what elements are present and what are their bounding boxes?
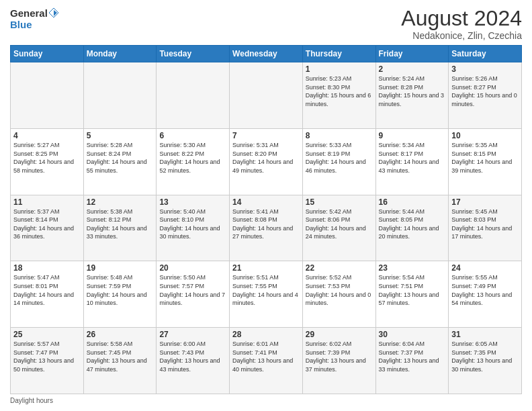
cell-info: Sunrise: 6:01 AMSunset: 7:41 PMDaylight:…: [232, 340, 300, 373]
calendar-cell: 20Sunrise: 5:50 AMSunset: 7:57 PMDayligh…: [157, 261, 230, 328]
cell-day-number: 5: [87, 131, 154, 140]
cell-day-number: 14: [232, 197, 300, 207]
cell-info: Sunrise: 6:00 AMSunset: 7:43 PMDaylight:…: [159, 340, 226, 373]
cell-info: Sunrise: 5:38 AMSunset: 8:12 PMDaylight:…: [87, 208, 154, 241]
cell-day-number: 18: [13, 263, 81, 273]
cell-info: Sunrise: 5:33 AMSunset: 8:19 PMDaylight:…: [306, 141, 373, 175]
cell-day-number: 17: [451, 197, 519, 207]
cell-day-number: 22: [306, 263, 373, 273]
calendar-cell: 26Sunrise: 5:58 AMSunset: 7:45 PMDayligh…: [83, 328, 157, 394]
cell-day-number: 11: [13, 197, 81, 207]
day-header-wednesday: Wednesday: [230, 46, 303, 62]
calendar-cell: [157, 62, 230, 129]
calendar-cell: 4Sunrise: 5:27 AMSunset: 8:25 PMDaylight…: [11, 128, 84, 195]
cell-day-number: 12: [87, 197, 154, 207]
calendar-week-5: 25Sunrise: 5:57 AMSunset: 7:47 PMDayligh…: [11, 328, 522, 394]
logo-icon: [48, 7, 60, 19]
cell-info: Sunrise: 5:31 AMSunset: 8:20 PMDaylight:…: [232, 141, 300, 175]
cell-info: Sunrise: 5:37 AMSunset: 8:14 PMDaylight:…: [13, 208, 81, 241]
calendar-cell: 1Sunrise: 5:23 AMSunset: 8:30 PMDaylight…: [302, 62, 375, 129]
cell-day-number: 15: [306, 197, 373, 207]
calendar-header-row: SundayMondayTuesdayWednesdayThursdayFrid…: [11, 46, 522, 62]
cell-day-number: 31: [451, 330, 519, 339]
cell-info: Sunrise: 5:48 AMSunset: 7:59 PMDaylight:…: [87, 273, 154, 307]
cell-day-number: 21: [232, 263, 300, 273]
cell-info: Sunrise: 5:27 AMSunset: 8:25 PMDaylight:…: [13, 141, 81, 175]
cell-info: Sunrise: 5:34 AMSunset: 8:17 PMDaylight:…: [379, 141, 446, 175]
logo-general-text: General: [10, 8, 48, 18]
day-header-thursday: Thursday: [302, 46, 375, 62]
calendar-cell: 13Sunrise: 5:40 AMSunset: 8:10 PMDayligh…: [157, 195, 230, 261]
calendar-cell: 17Sunrise: 5:45 AMSunset: 8:03 PMDayligh…: [449, 195, 522, 261]
calendar-week-1: 1Sunrise: 5:23 AMSunset: 8:30 PMDaylight…: [11, 62, 522, 129]
cell-info: Sunrise: 5:30 AMSunset: 8:22 PMDaylight:…: [159, 141, 226, 175]
cell-day-number: 1: [306, 64, 373, 74]
day-header-monday: Monday: [83, 46, 157, 62]
day-header-sunday: Sunday: [11, 46, 84, 62]
cell-info: Sunrise: 5:35 AMSunset: 8:15 PMDaylight:…: [451, 141, 519, 175]
calendar-cell: [230, 62, 303, 129]
title-block: August 2024 Nedakonice, Zlin, Czechia: [401, 7, 522, 41]
calendar-cell: 23Sunrise: 5:54 AMSunset: 7:51 PMDayligh…: [375, 261, 449, 328]
cell-info: Sunrise: 5:55 AMSunset: 7:49 PMDaylight:…: [451, 273, 519, 307]
cell-day-number: 10: [451, 131, 519, 140]
daylight-note: Daylight hours: [10, 397, 522, 404]
cell-info: Sunrise: 6:05 AMSunset: 7:35 PMDaylight:…: [451, 340, 519, 373]
page-title: August 2024: [401, 7, 522, 30]
day-header-saturday: Saturday: [449, 46, 522, 62]
cell-day-number: 30: [379, 330, 446, 339]
page: General Blue August 2024 Nedakonice, Zli…: [0, 0, 532, 411]
cell-info: Sunrise: 5:47 AMSunset: 8:01 PMDaylight:…: [13, 273, 81, 307]
cell-day-number: 20: [159, 263, 226, 273]
cell-day-number: 16: [379, 197, 446, 207]
cell-info: Sunrise: 5:26 AMSunset: 8:27 PMDaylight:…: [451, 75, 519, 108]
cell-day-number: 29: [306, 330, 373, 339]
calendar-week-3: 11Sunrise: 5:37 AMSunset: 8:14 PMDayligh…: [11, 195, 522, 261]
calendar-week-2: 4Sunrise: 5:27 AMSunset: 8:25 PMDaylight…: [11, 128, 522, 195]
calendar-cell: 7Sunrise: 5:31 AMSunset: 8:20 PMDaylight…: [230, 128, 303, 195]
calendar-cell: 14Sunrise: 5:41 AMSunset: 8:08 PMDayligh…: [230, 195, 303, 261]
calendar-body: 1Sunrise: 5:23 AMSunset: 8:30 PMDaylight…: [11, 62, 522, 394]
calendar-cell: [11, 62, 84, 129]
calendar-cell: 18Sunrise: 5:47 AMSunset: 8:01 PMDayligh…: [11, 261, 84, 328]
calendar-cell: 19Sunrise: 5:48 AMSunset: 7:59 PMDayligh…: [83, 261, 157, 328]
logo: General Blue: [10, 7, 60, 31]
cell-info: Sunrise: 5:57 AMSunset: 7:47 PMDaylight:…: [13, 340, 81, 373]
calendar-header: SundayMondayTuesdayWednesdayThursdayFrid…: [11, 46, 522, 62]
cell-info: Sunrise: 5:23 AMSunset: 8:30 PMDaylight:…: [306, 75, 373, 108]
calendar-cell: 24Sunrise: 5:55 AMSunset: 7:49 PMDayligh…: [449, 261, 522, 328]
calendar-cell: 2Sunrise: 5:24 AMSunset: 8:28 PMDaylight…: [375, 62, 449, 129]
calendar-cell: 10Sunrise: 5:35 AMSunset: 8:15 PMDayligh…: [449, 128, 522, 195]
cell-info: Sunrise: 6:02 AMSunset: 7:39 PMDaylight:…: [306, 340, 373, 373]
cell-day-number: 24: [451, 263, 519, 273]
cell-info: Sunrise: 5:58 AMSunset: 7:45 PMDaylight:…: [87, 340, 154, 373]
calendar-cell: 29Sunrise: 6:02 AMSunset: 7:39 PMDayligh…: [302, 328, 375, 394]
cell-info: Sunrise: 5:50 AMSunset: 7:57 PMDaylight:…: [159, 273, 226, 307]
cell-info: Sunrise: 5:42 AMSunset: 8:06 PMDaylight:…: [306, 208, 373, 241]
cell-info: Sunrise: 5:54 AMSunset: 7:51 PMDaylight:…: [379, 273, 446, 307]
cell-day-number: 9: [379, 131, 446, 140]
calendar-cell: 11Sunrise: 5:37 AMSunset: 8:14 PMDayligh…: [11, 195, 84, 261]
calendar-week-4: 18Sunrise: 5:47 AMSunset: 8:01 PMDayligh…: [11, 261, 522, 328]
calendar-cell: 3Sunrise: 5:26 AMSunset: 8:27 PMDaylight…: [449, 62, 522, 129]
cell-day-number: 6: [159, 131, 226, 140]
cell-info: Sunrise: 6:04 AMSunset: 7:37 PMDaylight:…: [379, 340, 446, 373]
calendar-cell: 9Sunrise: 5:34 AMSunset: 8:17 PMDaylight…: [375, 128, 449, 195]
page-subtitle: Nedakonice, Zlin, Czechia: [401, 30, 522, 41]
cell-day-number: 26: [87, 330, 154, 339]
cell-day-number: 28: [232, 330, 300, 339]
cell-day-number: 8: [306, 131, 373, 140]
cell-info: Sunrise: 5:41 AMSunset: 8:08 PMDaylight:…: [232, 208, 300, 241]
cell-day-number: 4: [13, 131, 81, 140]
logo-blue-text: Blue: [10, 19, 32, 30]
header: General Blue August 2024 Nedakonice, Zli…: [10, 7, 522, 41]
cell-day-number: 23: [379, 263, 446, 273]
calendar-cell: 15Sunrise: 5:42 AMSunset: 8:06 PMDayligh…: [302, 195, 375, 261]
calendar-cell: 16Sunrise: 5:44 AMSunset: 8:05 PMDayligh…: [375, 195, 449, 261]
cell-info: Sunrise: 5:51 AMSunset: 7:55 PMDaylight:…: [232, 273, 300, 307]
calendar-cell: 25Sunrise: 5:57 AMSunset: 7:47 PMDayligh…: [11, 328, 84, 394]
cell-day-number: 25: [13, 330, 81, 339]
cell-info: Sunrise: 5:45 AMSunset: 8:03 PMDaylight:…: [451, 208, 519, 241]
cell-day-number: 27: [159, 330, 226, 339]
calendar-cell: 5Sunrise: 5:28 AMSunset: 8:24 PMDaylight…: [83, 128, 157, 195]
